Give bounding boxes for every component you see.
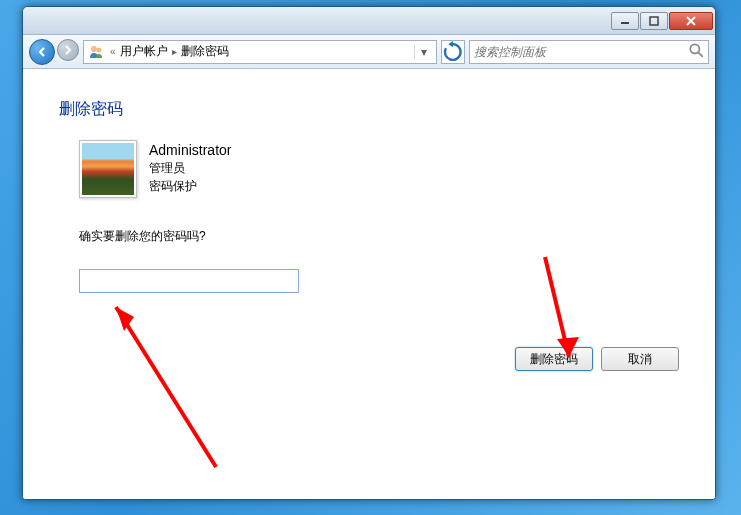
svg-rect-1 bbox=[650, 17, 658, 25]
delete-password-button[interactable]: 删除密码 bbox=[515, 347, 593, 371]
avatar bbox=[79, 140, 137, 198]
user-info-block: Administrator 管理员 密码保护 bbox=[79, 140, 679, 198]
search-icon bbox=[688, 42, 704, 61]
chevron-right-icon: ▸ bbox=[172, 46, 177, 57]
user-name: Administrator bbox=[149, 142, 231, 158]
user-password-status: 密码保护 bbox=[149, 178, 231, 195]
refresh-button[interactable] bbox=[441, 40, 465, 64]
maximize-button[interactable] bbox=[640, 12, 668, 30]
arrow-left-icon bbox=[36, 46, 48, 58]
svg-marker-9 bbox=[116, 307, 134, 331]
navigation-bar: « 用户帐户 ▸ 删除密码 ▾ bbox=[23, 35, 715, 69]
user-accounts-icon bbox=[88, 44, 104, 60]
nav-arrows bbox=[29, 39, 79, 65]
refresh-icon bbox=[442, 41, 464, 63]
confirmation-prompt: 确实要删除您的密码吗? bbox=[79, 228, 679, 245]
titlebar bbox=[23, 7, 715, 35]
svg-line-8 bbox=[116, 307, 216, 467]
svg-line-10 bbox=[545, 257, 569, 357]
close-button[interactable] bbox=[669, 12, 713, 30]
annotation-arrow-1 bbox=[76, 287, 236, 487]
minimize-icon bbox=[620, 16, 630, 26]
control-panel-window: « 用户帐户 ▸ 删除密码 ▾ 删除密码 Administrator 管理员 bbox=[22, 6, 716, 500]
svg-point-6 bbox=[690, 44, 699, 53]
avatar-flower-icon bbox=[82, 143, 134, 195]
search-input[interactable] bbox=[474, 45, 688, 59]
user-role: 管理员 bbox=[149, 160, 231, 177]
user-info-text: Administrator 管理员 密码保护 bbox=[149, 140, 231, 198]
svg-point-4 bbox=[91, 46, 97, 52]
svg-point-5 bbox=[97, 47, 102, 52]
page-title: 删除密码 bbox=[59, 99, 679, 120]
breadcrumb-item-1[interactable]: 用户帐户 bbox=[120, 43, 168, 60]
breadcrumb: « 用户帐户 ▸ 删除密码 bbox=[110, 43, 408, 60]
arrow-right-icon bbox=[62, 44, 74, 56]
search-box[interactable] bbox=[469, 40, 709, 64]
nav-forward-button[interactable] bbox=[57, 39, 79, 61]
content-area: 删除密码 Administrator 管理员 密码保护 确实要删除您的密码吗? … bbox=[23, 69, 715, 499]
address-bar[interactable]: « 用户帐户 ▸ 删除密码 ▾ bbox=[83, 40, 437, 64]
svg-line-7 bbox=[698, 52, 703, 57]
minimize-button[interactable] bbox=[611, 12, 639, 30]
address-dropdown[interactable]: ▾ bbox=[414, 45, 432, 59]
password-input[interactable] bbox=[79, 269, 299, 293]
breadcrumb-root-sep: « bbox=[110, 46, 116, 57]
breadcrumb-item-2[interactable]: 删除密码 bbox=[181, 43, 229, 60]
cancel-button[interactable]: 取消 bbox=[601, 347, 679, 371]
close-icon bbox=[686, 16, 696, 26]
maximize-icon bbox=[649, 16, 659, 26]
nav-back-button[interactable] bbox=[29, 39, 55, 65]
action-buttons: 删除密码 取消 bbox=[515, 347, 679, 371]
